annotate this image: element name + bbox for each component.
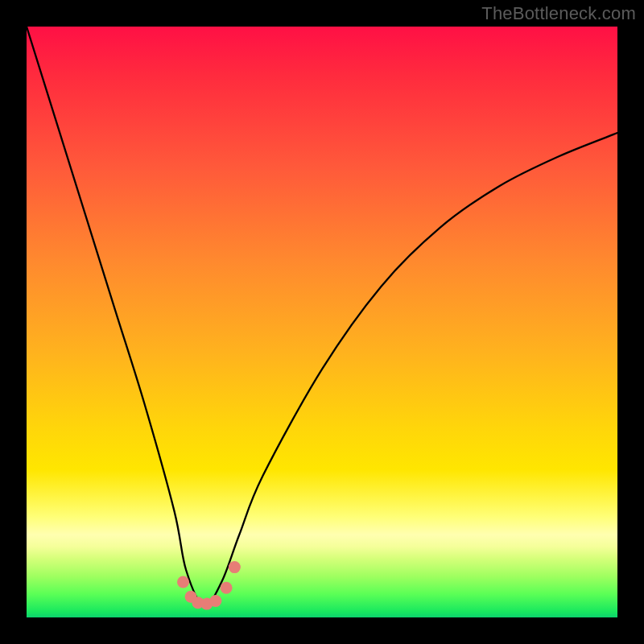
valley-marker xyxy=(229,561,241,573)
valley-marker xyxy=(209,595,221,607)
valley-marker xyxy=(177,576,189,588)
plot-area xyxy=(27,27,617,617)
watermark-text: TheBottleneck.com xyxy=(481,3,636,24)
chart-frame: TheBottleneck.com xyxy=(0,0,644,644)
curve-svg xyxy=(27,27,617,617)
valley-marker-cluster xyxy=(177,561,241,610)
bottleneck-curve xyxy=(27,27,617,606)
valley-marker xyxy=(221,582,233,594)
